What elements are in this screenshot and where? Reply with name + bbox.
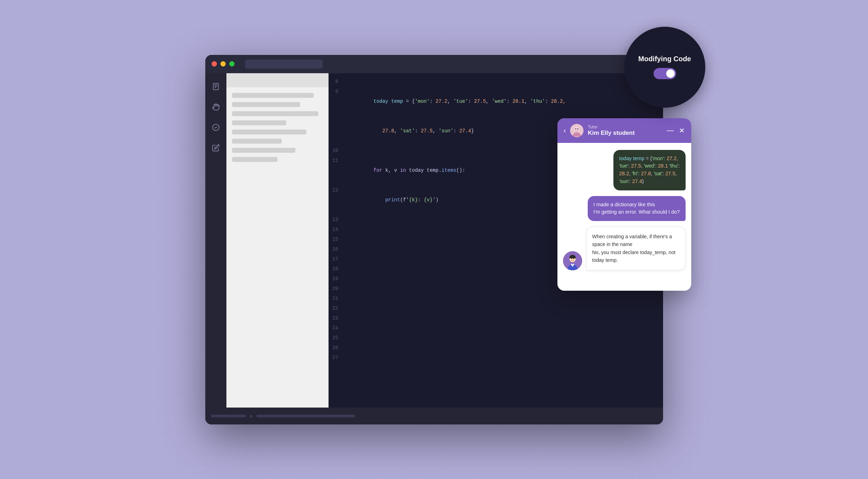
code-line-26: 26	[329, 343, 663, 353]
sidebar-icon-hand[interactable]	[211, 102, 221, 112]
file-line	[232, 102, 300, 107]
svg-point-12	[571, 258, 572, 259]
tutor-avatar	[563, 251, 582, 270]
bottom-arrow-icon[interactable]: ›	[250, 413, 252, 419]
file-line	[232, 120, 287, 125]
svg-point-7	[575, 128, 576, 129]
traffic-light-red[interactable]	[212, 61, 217, 67]
bottom-scrollbar-left[interactable]	[211, 415, 246, 417]
chat-message-response: When creating a variable, if there's a s…	[586, 227, 686, 270]
title-bar-search	[245, 59, 323, 69]
toggle-thumb	[666, 69, 675, 78]
chat-header-info: Tutor Kim Elly student	[588, 125, 662, 137]
app-window: Modifying Code	[205, 55, 663, 424]
file-line	[232, 139, 282, 144]
chat-message-code: today temp = {'mon': 27.2, 'tue': 27.5, …	[613, 150, 685, 190]
file-panel	[226, 73, 329, 408]
code-line-22: 22	[329, 303, 663, 313]
code-line-9: 9 today temp = {'mon': 27.2, 'tue': 27.5…	[329, 87, 663, 116]
chat-user-name: Kim Elly student	[588, 130, 662, 137]
toggle-track	[654, 68, 676, 79]
code-line-21: 21	[329, 294, 663, 303]
chat-message-response-wrapper: When creating a variable, if there's a s…	[563, 227, 686, 270]
code-line-23: 23	[329, 313, 663, 323]
modifying-code-title: Modifying Code	[638, 55, 691, 63]
svg-point-13	[573, 258, 574, 259]
file-line	[232, 157, 277, 162]
chat-role-label: Tutor	[588, 125, 662, 130]
bottom-bar: ›	[205, 408, 663, 424]
code-line-27: 27	[329, 353, 663, 363]
title-bar	[205, 55, 663, 73]
chat-message-student: I made a dictionary like this I'm gettin…	[588, 196, 685, 221]
sidebar-icon-document[interactable]	[211, 82, 221, 92]
sidebar	[205, 73, 226, 408]
code-line-8: 8	[329, 77, 663, 87]
traffic-light-yellow[interactable]	[220, 61, 226, 67]
file-line	[232, 111, 318, 116]
chat-minimize-button[interactable]: —	[667, 126, 674, 134]
chat-controls: — ✕	[667, 126, 685, 135]
modifying-code-bubble: Modifying Code	[624, 27, 705, 108]
chat-avatar	[570, 124, 583, 137]
chat-avatar-svg	[570, 124, 583, 137]
modifying-toggle[interactable]	[654, 68, 676, 79]
code-line-25: 25	[329, 333, 663, 343]
sidebar-icon-edit[interactable]	[211, 143, 221, 153]
file-list	[226, 87, 329, 168]
chat-header: ‹ Tutor Kim Elly student — ✕	[557, 118, 691, 143]
chat-panel: ‹ Tutor Kim Elly student — ✕	[557, 118, 691, 291]
chat-messages: today temp = {'mon': 27.2, 'tue': 27.5, …	[557, 143, 691, 291]
svg-point-8	[577, 128, 579, 129]
chat-close-button[interactable]: ✕	[679, 126, 685, 135]
tutor-avatar-svg	[563, 251, 582, 270]
file-line	[232, 93, 314, 98]
file-panel-header	[226, 73, 329, 87]
chat-back-button[interactable]: ‹	[564, 126, 566, 134]
traffic-light-green[interactable]	[229, 61, 235, 67]
code-line-24: 24	[329, 323, 663, 333]
sidebar-icon-check[interactable]	[211, 122, 221, 132]
file-line	[232, 148, 296, 153]
bottom-scrollbar-right[interactable]	[256, 415, 355, 417]
file-line	[232, 130, 307, 134]
